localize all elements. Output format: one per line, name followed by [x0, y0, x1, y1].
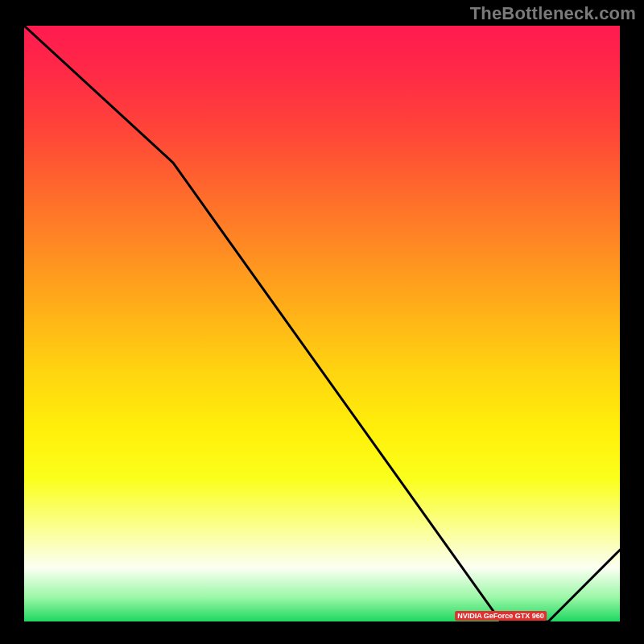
chart-line-layer: [24, 26, 620, 621]
chart-area: NVIDIA GeForce GTX 960: [24, 26, 620, 621]
attribution-text: TheBottleneck.com: [470, 3, 636, 24]
bottleneck-curve-line: [24, 26, 620, 621]
chart-annotation: NVIDIA GeForce GTX 960: [455, 611, 547, 621]
